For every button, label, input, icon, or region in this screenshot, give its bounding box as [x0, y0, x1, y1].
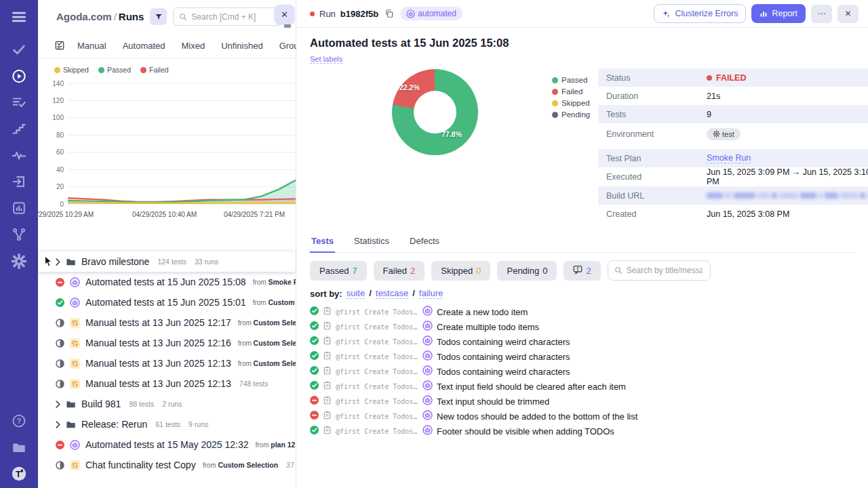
- copy-run-id-button[interactable]: [383, 7, 395, 20]
- sidebar-help-icon[interactable]: ?: [12, 413, 26, 428]
- tab-mixed[interactable]: Mixed: [182, 41, 205, 51]
- run-list-item[interactable]: Automated tests at 15 May 2025 12:32from…: [38, 434, 296, 455]
- search-icon: [179, 13, 187, 21]
- suite-path: @first Create Todos…: [336, 413, 418, 420]
- sidebar-import-icon[interactable]: [12, 174, 26, 189]
- test-list-item[interactable]: @first Create Todos…New todos should be …: [310, 409, 854, 424]
- run-detail-panel: Run b1982f5b automated: [296, 0, 868, 488]
- sort-by-failure[interactable]: failure: [419, 288, 443, 299]
- manual-run-icon: [70, 338, 80, 348]
- executed-value: Jun 15, 2025 3:09 PM → Jun 15, 2025 3:10…: [707, 167, 868, 186]
- test-list-item[interactable]: @first Create Todos…Create multiple todo…: [310, 319, 854, 334]
- x-axis-label: 04/29/2025 7:21 PM: [224, 211, 285, 218]
- run-list-item[interactable]: Manual tests at 13 Jun 2025 12:17from Cu…: [38, 312, 296, 333]
- close-run-button[interactable]: ✕: [837, 5, 859, 23]
- environment-pill[interactable]: test: [707, 128, 741, 140]
- run-list-item[interactable]: Automated tests at 15 Jun 2025 15:01from…: [38, 292, 296, 312]
- test-list-item[interactable]: @first Create Todos…Todos containing wei…: [310, 349, 854, 364]
- svg-text:T: T: [16, 469, 22, 479]
- set-labels-link[interactable]: Set labels: [310, 55, 342, 64]
- expand-chevron-icon: [56, 258, 60, 266]
- legend-label: Passed: [107, 66, 131, 74]
- test-plan-link[interactable]: Smoke Run: [707, 153, 751, 163]
- status-progress-icon: [56, 359, 64, 368]
- legend-passed: Passed: [98, 66, 131, 74]
- run-source: from Custom Selection: [238, 359, 296, 367]
- sidebar-play-icon[interactable]: [12, 68, 26, 83]
- detail-row-tests: Tests 9: [598, 105, 868, 123]
- test-list-item[interactable]: @first Create Todos…Create a new todo it…: [310, 304, 854, 319]
- status-progress-icon: [56, 380, 64, 388]
- testcase-icon: [323, 395, 332, 407]
- run-title: Chat functinality test Copy: [85, 460, 196, 470]
- run-list-item[interactable]: Manual tests at 13 Jun 2025 12:13748 tes…: [38, 373, 296, 394]
- select-all-icon[interactable]: [54, 40, 65, 51]
- sidebar-folder-icon[interactable]: [12, 440, 26, 455]
- filter-passed[interactable]: Passed7: [310, 261, 367, 281]
- runs-type-tabs: ManualAutomatedMixedUnfinishedGroups: [38, 40, 296, 58]
- runs-panel: ✕ Agoda.com/Runs: [38, 0, 296, 488]
- run-list-item[interactable]: Manual tests at 13 Jun 2025 12:13from Cu…: [38, 353, 296, 373]
- run-list-item[interactable]: Automated tests at 15 Jun 2025 15:08from…: [38, 272, 296, 292]
- run-title: Manual tests at 13 Jun 2025 12:13: [85, 358, 231, 369]
- test-list-item[interactable]: @first Create Todos…Footer should be vis…: [310, 424, 854, 439]
- filter-pending[interactable]: Pending0: [497, 261, 557, 281]
- created-value: Jun 15, 2025 3:08 PM: [707, 209, 789, 219]
- run-group-row[interactable]: Build 98188 tests2 runs: [38, 394, 296, 414]
- tab-tests[interactable]: Tests: [310, 233, 335, 252]
- test-list-item[interactable]: @first Create Todos…Todos containing wei…: [310, 334, 854, 349]
- run-list-item[interactable]: Manual tests at 13 Jun 2025 12:16from Cu…: [38, 333, 296, 353]
- test-list-item[interactable]: @first Create Todos…Text input field sho…: [310, 379, 854, 394]
- test-list-item[interactable]: @first Create Todos…Todos containing wei…: [310, 364, 854, 379]
- runs-search-input[interactable]: [191, 12, 269, 22]
- test-list-item[interactable]: @first Create Todos…Text input should be…: [310, 394, 854, 409]
- filter-count: 7: [352, 266, 357, 276]
- menu-icon[interactable]: [12, 9, 26, 24]
- run-source: from Custom Selection: [238, 319, 296, 327]
- tab-statistics[interactable]: Statistics: [353, 233, 391, 252]
- sidebar-list-check-icon[interactable]: [12, 95, 26, 110]
- test-title: Footer should be visible when adding TOD…: [437, 426, 614, 436]
- sidebar-steps-icon[interactable]: [12, 121, 26, 136]
- sidebar-chart-box-icon[interactable]: [12, 201, 26, 216]
- donut-hole: [414, 91, 456, 134]
- tab-defects[interactable]: Defects: [408, 233, 441, 252]
- sidebar-branch-icon[interactable]: [12, 227, 26, 242]
- test-filters-row: Passed7Failed2Skipped0Pending02: [310, 260, 854, 281]
- sort-by-suite[interactable]: suite: [347, 288, 365, 299]
- status-passed-icon: [310, 350, 319, 363]
- testcase-icon: [323, 410, 332, 422]
- more-actions-button[interactable]: ⋯: [811, 5, 832, 23]
- panel-close-button[interactable]: ✕: [275, 5, 294, 24]
- group-title: Build 981: [81, 399, 121, 409]
- sidebar-gear-icon[interactable]: [12, 253, 26, 268]
- run-overview: 77.8% 22.2% PassedFailedSkippedPending S…: [310, 67, 854, 224]
- automated-run-icon: [70, 277, 80, 287]
- detail-row-executed: Executed Jun 15, 2025 3:09 PM → Jun 15, …: [598, 167, 868, 186]
- automated-badge[interactable]: automated: [400, 7, 462, 20]
- test-title: New todos should be added to the bottom …: [437, 411, 637, 422]
- run-list-item[interactable]: Chat functinality test Copyfrom Custom S…: [38, 455, 296, 475]
- sidebar-check-icon[interactable]: [12, 42, 26, 57]
- clusterize-errors-button[interactable]: Clusterize Errors: [654, 4, 746, 23]
- sidebar-logo-icon[interactable]: T: [12, 466, 26, 481]
- filter-button[interactable]: [150, 8, 167, 25]
- report-button[interactable]: Report: [751, 4, 806, 23]
- run-group-row[interactable]: Bravo milestone124 tests33 runs: [38, 251, 296, 272]
- tab-manual[interactable]: Manual: [77, 41, 106, 51]
- suite-path: @first Create Todos…: [336, 428, 418, 435]
- runs-list: Bravo milestone124 tests33 runsAutomated…: [38, 251, 296, 475]
- filter-skipped[interactable]: Skipped0: [431, 261, 490, 281]
- tab-unfinished[interactable]: Unfinished: [221, 41, 262, 51]
- tests-search-input[interactable]: [627, 266, 703, 275]
- tab-automated[interactable]: Automated: [123, 41, 165, 51]
- run-group-row[interactable]: Release: Rerun61 tests9 runs: [38, 414, 296, 434]
- section-name: Runs: [119, 11, 144, 22]
- filter-comments[interactable]: 2: [564, 261, 600, 281]
- suite-path: @first Create Todos…: [336, 398, 418, 405]
- sort-by-testcase[interactable]: testcase: [376, 288, 408, 299]
- sidebar-activity-icon[interactable]: [12, 148, 26, 163]
- filter-failed[interactable]: Failed2: [374, 261, 425, 281]
- detail-label: Created: [606, 209, 707, 219]
- legend-label: Skipped: [63, 66, 89, 74]
